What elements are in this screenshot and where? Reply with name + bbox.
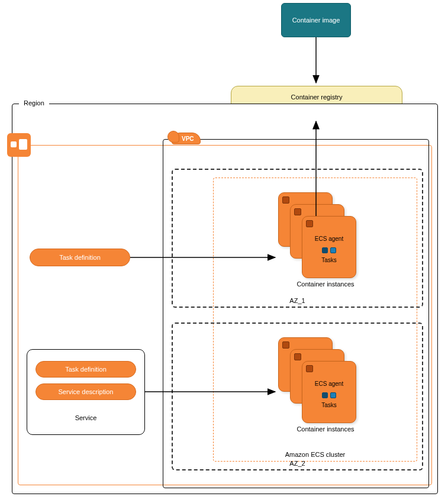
card-square-icon: [306, 365, 313, 372]
task-def-1-label: Task definition: [59, 254, 101, 261]
az1-tasks-label: Tasks: [302, 257, 356, 263]
card-square-icon: [294, 353, 301, 360]
region-label: Region: [19, 99, 49, 107]
service-desc-label: Service description: [59, 388, 114, 395]
task-def-2-label: Task definition: [65, 366, 107, 373]
card-square-icon: [282, 341, 289, 349]
container-image-box: Container image: [281, 3, 351, 37]
task-icon: [322, 392, 328, 398]
az1-tasks-icons: [322, 247, 336, 253]
task-icon: [322, 247, 328, 253]
az2-ecs-agent-label: ECS agent: [302, 381, 356, 387]
task-definition-pill-2: Task definition: [36, 361, 136, 378]
az2-container-instances-label: Container instances: [278, 425, 373, 433]
container-image-label: Container image: [292, 17, 340, 24]
service-label: Service: [27, 414, 145, 421]
az1-label: AZ_1: [172, 297, 423, 304]
task-definition-pill-1: Task definition: [30, 249, 130, 266]
diagram-canvas: Container image Container registry (Amaz…: [0, 0, 448, 503]
az1-container-card-front: ECS agent Tasks: [302, 216, 356, 278]
ecs-service-icon: [7, 133, 31, 157]
az2-label: AZ_2: [172, 460, 423, 467]
az1-ecs-agent-label: ECS agent: [302, 236, 356, 242]
card-square-icon: [282, 196, 289, 204]
card-square-icon: [306, 220, 313, 227]
card-square-icon: [294, 208, 301, 215]
task-icon: [330, 247, 336, 253]
registry-title: Container registry: [291, 93, 343, 102]
vpc-badge: VPC: [172, 133, 201, 144]
az2-tasks-icons: [322, 392, 336, 398]
task-icon: [330, 392, 336, 398]
vpc-label: VPC: [182, 136, 194, 142]
service-description-pill: Service description: [36, 383, 136, 400]
az2-container-card-front: ECS agent Tasks: [302, 361, 356, 423]
az2-tasks-label: Tasks: [302, 402, 356, 408]
az1-container-instances-label: Container instances: [278, 280, 373, 288]
